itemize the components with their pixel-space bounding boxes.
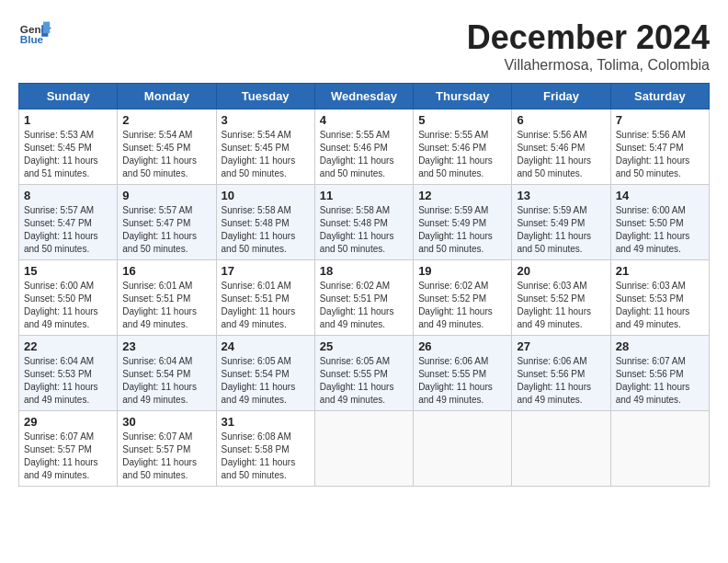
logo-icon: General Blue: [18, 18, 51, 52]
day-info: Sunrise: 5:58 AM Sunset: 5:48 PM Dayligh…: [222, 204, 310, 256]
day-info: Sunrise: 5:57 AM Sunset: 5:47 PM Dayligh…: [24, 204, 112, 256]
col-header-wednesday: Wednesday: [314, 84, 413, 109]
day-cell: 30Sunrise: 6:07 AM Sunset: 5:57 PM Dayli…: [118, 411, 216, 487]
day-number: 30: [122, 415, 210, 429]
day-info: Sunrise: 5:56 AM Sunset: 5:47 PM Dayligh…: [616, 129, 704, 180]
day-info: Sunrise: 5:55 AM Sunset: 5:46 PM Dayligh…: [320, 129, 408, 180]
day-info: Sunrise: 6:06 AM Sunset: 5:56 PM Dayligh…: [517, 355, 605, 407]
day-info: Sunrise: 6:03 AM Sunset: 5:52 PM Dayligh…: [517, 280, 605, 331]
day-number: 9: [122, 189, 210, 202]
day-cell: [610, 411, 709, 487]
day-cell: 26Sunrise: 6:06 AM Sunset: 5:55 PM Dayli…: [414, 336, 512, 411]
day-cell: 13Sunrise: 5:59 AM Sunset: 5:49 PM Dayli…: [512, 185, 610, 260]
svg-text:Blue: Blue: [20, 33, 44, 45]
day-info: Sunrise: 5:59 AM Sunset: 5:49 PM Dayligh…: [418, 204, 506, 256]
day-number: 23: [122, 339, 210, 353]
day-cell: 31Sunrise: 6:08 AM Sunset: 5:58 PM Dayli…: [216, 411, 314, 487]
day-cell: 10Sunrise: 5:58 AM Sunset: 5:48 PM Dayli…: [216, 185, 314, 260]
day-cell: 11Sunrise: 5:58 AM Sunset: 5:48 PM Dayli…: [314, 185, 413, 260]
col-header-sunday: Sunday: [19, 84, 118, 109]
day-cell: 25Sunrise: 6:05 AM Sunset: 5:55 PM Dayli…: [314, 336, 413, 411]
day-cell: 24Sunrise: 6:05 AM Sunset: 5:54 PM Dayli…: [216, 336, 314, 411]
col-header-saturday: Saturday: [610, 84, 709, 109]
day-number: 25: [320, 339, 408, 353]
day-info: Sunrise: 6:07 AM Sunset: 5:57 PM Dayligh…: [24, 431, 112, 482]
day-cell: 4Sunrise: 5:55 AM Sunset: 5:46 PM Daylig…: [314, 109, 413, 185]
day-number: 28: [616, 339, 704, 353]
day-cell: 19Sunrise: 6:02 AM Sunset: 5:52 PM Dayli…: [414, 260, 512, 336]
day-cell: [314, 411, 413, 487]
day-number: 27: [517, 339, 605, 353]
col-header-friday: Friday: [512, 84, 610, 109]
day-cell: 8Sunrise: 5:57 AM Sunset: 5:47 PM Daylig…: [19, 185, 118, 260]
day-number: 26: [418, 339, 506, 353]
day-info: Sunrise: 6:07 AM Sunset: 5:56 PM Dayligh…: [616, 355, 704, 407]
day-info: Sunrise: 6:03 AM Sunset: 5:53 PM Dayligh…: [616, 280, 704, 331]
calendar-table: SundayMondayTuesdayWednesdayThursdayFrid…: [18, 83, 710, 487]
day-cell: 23Sunrise: 6:04 AM Sunset: 5:54 PM Dayli…: [118, 336, 216, 411]
month-title: December 2024: [467, 18, 710, 57]
day-number: 8: [24, 189, 112, 202]
day-cell: 5Sunrise: 5:55 AM Sunset: 5:46 PM Daylig…: [414, 109, 512, 185]
day-number: 15: [24, 264, 112, 278]
day-number: 7: [616, 113, 704, 127]
day-info: Sunrise: 6:02 AM Sunset: 5:51 PM Dayligh…: [320, 280, 408, 331]
day-info: Sunrise: 6:01 AM Sunset: 5:51 PM Dayligh…: [122, 280, 210, 331]
day-info: Sunrise: 6:04 AM Sunset: 5:53 PM Dayligh…: [24, 355, 112, 407]
day-number: 6: [517, 113, 605, 127]
day-info: Sunrise: 6:06 AM Sunset: 5:55 PM Dayligh…: [418, 355, 506, 407]
week-row-4: 22Sunrise: 6:04 AM Sunset: 5:53 PM Dayli…: [19, 336, 710, 411]
day-info: Sunrise: 6:00 AM Sunset: 5:50 PM Dayligh…: [616, 204, 704, 256]
week-row-1: 1Sunrise: 5:53 AM Sunset: 5:45 PM Daylig…: [19, 109, 710, 185]
day-number: 4: [320, 113, 408, 127]
day-cell: 21Sunrise: 6:03 AM Sunset: 5:53 PM Dayli…: [610, 260, 709, 336]
svg-marker-3: [43, 22, 50, 34]
logo: General Blue: [18, 18, 51, 52]
day-number: 2: [122, 113, 210, 127]
day-info: Sunrise: 6:04 AM Sunset: 5:54 PM Dayligh…: [122, 355, 210, 407]
day-cell: 28Sunrise: 6:07 AM Sunset: 5:56 PM Dayli…: [610, 336, 709, 411]
day-info: Sunrise: 6:05 AM Sunset: 5:55 PM Dayligh…: [320, 355, 408, 407]
day-number: 12: [418, 189, 506, 202]
day-number: 22: [24, 339, 112, 353]
day-number: 17: [222, 264, 310, 278]
day-number: 11: [320, 189, 408, 202]
day-cell: 18Sunrise: 6:02 AM Sunset: 5:51 PM Dayli…: [314, 260, 413, 336]
day-cell: [414, 411, 512, 487]
day-cell: 12Sunrise: 5:59 AM Sunset: 5:49 PM Dayli…: [414, 185, 512, 260]
day-info: Sunrise: 5:58 AM Sunset: 5:48 PM Dayligh…: [320, 204, 408, 256]
day-cell: 9Sunrise: 5:57 AM Sunset: 5:47 PM Daylig…: [118, 185, 216, 260]
day-number: 13: [517, 189, 605, 202]
day-cell: 16Sunrise: 6:01 AM Sunset: 5:51 PM Dayli…: [118, 260, 216, 336]
day-cell: 22Sunrise: 6:04 AM Sunset: 5:53 PM Dayli…: [19, 336, 118, 411]
week-row-2: 8Sunrise: 5:57 AM Sunset: 5:47 PM Daylig…: [19, 185, 710, 260]
day-number: 21: [616, 264, 704, 278]
day-number: 20: [517, 264, 605, 278]
day-info: Sunrise: 5:56 AM Sunset: 5:46 PM Dayligh…: [517, 129, 605, 180]
day-number: 31: [222, 415, 310, 429]
week-row-3: 15Sunrise: 6:00 AM Sunset: 5:50 PM Dayli…: [19, 260, 710, 336]
day-info: Sunrise: 6:00 AM Sunset: 5:50 PM Dayligh…: [24, 280, 112, 331]
location-title: Villahermosa, Tolima, Colombia: [467, 57, 710, 74]
day-cell: 6Sunrise: 5:56 AM Sunset: 5:46 PM Daylig…: [512, 109, 610, 185]
day-info: Sunrise: 6:02 AM Sunset: 5:52 PM Dayligh…: [418, 280, 506, 331]
day-info: Sunrise: 5:57 AM Sunset: 5:47 PM Dayligh…: [122, 204, 210, 256]
day-info: Sunrise: 5:59 AM Sunset: 5:49 PM Dayligh…: [517, 204, 605, 256]
title-block: December 2024 Villahermosa, Tolima, Colo…: [467, 18, 710, 74]
day-cell: [512, 411, 610, 487]
day-number: 3: [222, 113, 310, 127]
day-number: 19: [418, 264, 506, 278]
day-number: 24: [222, 339, 310, 353]
col-header-tuesday: Tuesday: [216, 84, 314, 109]
day-info: Sunrise: 6:08 AM Sunset: 5:58 PM Dayligh…: [222, 431, 310, 482]
day-cell: 1Sunrise: 5:53 AM Sunset: 5:45 PM Daylig…: [19, 109, 118, 185]
day-cell: 3Sunrise: 5:54 AM Sunset: 5:45 PM Daylig…: [216, 109, 314, 185]
day-number: 1: [24, 113, 112, 127]
day-info: Sunrise: 5:55 AM Sunset: 5:46 PM Dayligh…: [418, 129, 506, 180]
day-info: Sunrise: 6:05 AM Sunset: 5:54 PM Dayligh…: [222, 355, 310, 407]
week-row-5: 29Sunrise: 6:07 AM Sunset: 5:57 PM Dayli…: [19, 411, 710, 487]
day-cell: 14Sunrise: 6:00 AM Sunset: 5:50 PM Dayli…: [610, 185, 709, 260]
day-cell: 2Sunrise: 5:54 AM Sunset: 5:45 PM Daylig…: [118, 109, 216, 185]
day-number: 18: [320, 264, 408, 278]
col-header-monday: Monday: [118, 84, 216, 109]
